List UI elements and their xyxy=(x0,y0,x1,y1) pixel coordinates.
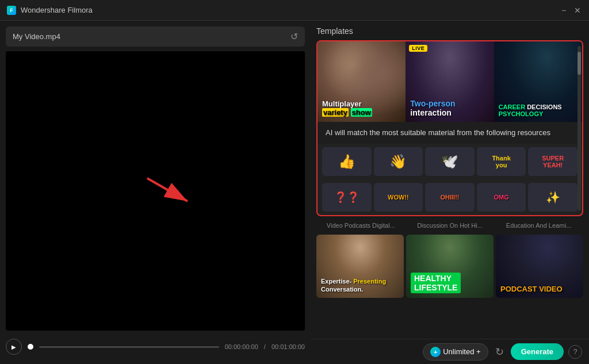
sticker-thankyou[interactable]: Thankyou xyxy=(477,147,526,176)
minimize-button[interactable]: − xyxy=(559,6,568,15)
live-badge: LIVE xyxy=(409,45,427,52)
sticker-ohiii[interactable]: OHIII!! xyxy=(425,183,475,212)
strip-label-2: Discussion On Hot Hi... xyxy=(406,222,495,229)
help-button[interactable]: ? xyxy=(568,345,582,359)
progress-handle[interactable] xyxy=(28,344,33,350)
titlebar: F Wondershare Filmora − ✕ xyxy=(0,0,589,21)
unlimited-label: Unlimited + xyxy=(443,347,480,356)
sticker-wow[interactable]: WOW!! xyxy=(374,183,423,212)
bottom-template-2[interactable]: HEALTHYLIFESTYLE xyxy=(406,235,494,298)
play-button[interactable]: ▶ xyxy=(6,339,22,355)
time-separator: / xyxy=(264,343,266,350)
template-3-overlay: CAREER DECISIONSPSYCHOLOGY xyxy=(499,104,577,117)
strip-label-1: Video Podcasts Digital... xyxy=(316,222,406,229)
time-total: 00:01:00:00 xyxy=(271,343,305,350)
template-thumb-1[interactable]: Multiplayer variety show xyxy=(318,41,406,122)
sticker-grid-row1: 👍 👋 🕊️ Thankyou SUPERYEAH! xyxy=(318,144,582,179)
generate-button[interactable]: Generate xyxy=(511,343,564,360)
close-button[interactable]: ✕ xyxy=(573,6,582,15)
strip-label-3: Education And Learni... xyxy=(494,222,583,229)
file-name: My Video.mp4 xyxy=(13,32,286,41)
unlimited-plus-icon: + xyxy=(430,347,441,357)
svg-line-1 xyxy=(147,178,188,201)
template-thumb-2[interactable]: LIVE Two-personinteraction xyxy=(406,41,494,122)
template-1-overlay: Multiplayer variety show xyxy=(322,99,401,117)
sticker-wave[interactable]: 👋 xyxy=(374,147,423,176)
scrollbar-track xyxy=(577,46,581,210)
bottom-template-1-text: Expertise- PresentingConversation. xyxy=(321,277,399,293)
templates-selected-area: Multiplayer variety show LIVE Two-person… xyxy=(316,40,583,216)
red-arrow xyxy=(141,167,199,215)
unlimited-button[interactable]: + Unlimited + xyxy=(423,343,488,361)
sticker-yeah[interactable]: SUPERYEAH! xyxy=(528,147,577,176)
time-current: 00:00:00:00 xyxy=(225,343,258,350)
sticker-thumbsup[interactable]: 👍 xyxy=(322,147,372,176)
sticker-question[interactable]: ❓❓ xyxy=(322,183,372,212)
templates-grid-bottom: Expertise- PresentingConversation. HEALT… xyxy=(316,235,583,298)
sticker-sparkle[interactable]: ✨ xyxy=(528,183,577,212)
sticker-omg[interactable]: OMG xyxy=(477,183,526,212)
bottom-template-3-text: PODCAST VIDEO xyxy=(500,285,579,293)
titlebar-controls: − ✕ xyxy=(559,6,582,15)
main-layout: My Video.mp4 ↺ ▶ 00:00: xyxy=(0,21,589,364)
template-thumb-3[interactable]: CAREER DECISIONSPSYCHOLOGY xyxy=(494,41,582,122)
templates-label: Templates xyxy=(316,26,583,36)
refresh-generate-button[interactable]: ↻ xyxy=(493,343,506,361)
template-3-title: CAREER DECISIONSPSYCHOLOGY xyxy=(499,104,577,117)
titlebar-left: F Wondershare Filmora xyxy=(7,6,93,15)
video-controls: ▶ 00:00:00:00 / 00:01:00:00 xyxy=(6,335,305,358)
bottom-template-2-text: HEALTHYLIFESTYLE xyxy=(411,273,489,293)
video-preview xyxy=(6,51,305,331)
template-2-title: Two-personinteraction xyxy=(410,99,489,117)
template-1-title: Multiplayer variety show xyxy=(322,99,401,117)
left-panel: My Video.mp4 ↺ ▶ 00:00: xyxy=(0,21,311,364)
app-title: Wondershare Filmora xyxy=(21,6,93,14)
right-panel: Templates Multiplayer variety show xyxy=(311,21,589,364)
bottom-bar: + Unlimited + ↻ Generate ? xyxy=(311,339,589,364)
template-2-overlay: Two-personinteraction xyxy=(410,99,489,117)
bottom-strip-labels: Video Podcasts Digital... Discussion On … xyxy=(316,221,583,230)
templates-grid-top: Multiplayer variety show LIVE Two-person… xyxy=(318,41,582,122)
sticker-grid-row2: ❓❓ WOW!! OHIII!! OMG ✨ xyxy=(318,179,582,215)
bottom-template-1[interactable]: Expertise- PresentingConversation. xyxy=(316,235,404,298)
file-bar: My Video.mp4 ↺ xyxy=(6,26,305,47)
ai-match-text: AI will match the most suitable material… xyxy=(326,128,550,137)
progress-bar[interactable] xyxy=(39,346,219,348)
scrollbar-thumb[interactable] xyxy=(577,52,581,75)
app-icon: F xyxy=(7,6,16,15)
file-refresh-button[interactable]: ↺ xyxy=(290,31,298,42)
bottom-template-3[interactable]: PODCAST VIDEO xyxy=(496,235,583,298)
sticker-dove[interactable]: 🕊️ xyxy=(425,147,475,176)
ai-match-overlay: AI will match the most suitable material… xyxy=(318,122,582,144)
